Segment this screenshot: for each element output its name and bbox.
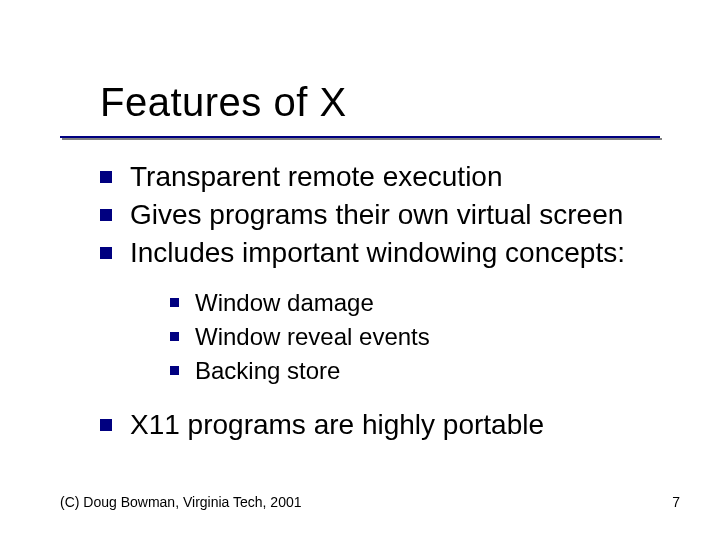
footer-copyright: (C) Doug Bowman, Virginia Tech, 2001 (60, 494, 302, 510)
bullet-text: Window damage (195, 288, 374, 318)
bullet-text: Window reveal events (195, 322, 430, 352)
square-bullet-icon (170, 298, 179, 307)
footer-page-number: 7 (672, 494, 680, 510)
square-bullet-icon (100, 419, 112, 431)
bullet-level2: Window reveal events (170, 322, 680, 352)
square-bullet-icon (100, 209, 112, 221)
bullet-level2: Backing store (170, 356, 680, 386)
bullet-level1: X11 programs are highly portable (100, 408, 680, 442)
slide: Features of X Transparent remote executi… (0, 0, 720, 540)
square-bullet-icon (170, 332, 179, 341)
slide-title: Features of X (100, 80, 347, 125)
bullet-text: X11 programs are highly portable (130, 408, 544, 442)
bullet-level1: Gives programs their own virtual screen (100, 198, 680, 232)
bullet-text: Transparent remote execution (130, 160, 503, 194)
bullet-level2: Window damage (170, 288, 680, 318)
square-bullet-icon (100, 171, 112, 183)
bullet-text: Backing store (195, 356, 340, 386)
slide-body: Transparent remote execution Gives progr… (100, 160, 680, 446)
bullet-text: Includes important windowing concepts: (130, 236, 625, 270)
title-underline-shadow (62, 138, 662, 140)
bullet-text: Gives programs their own virtual screen (130, 198, 623, 232)
sub-bullet-group: Window damage Window reveal events Backi… (170, 288, 680, 386)
bullet-level1: Transparent remote execution (100, 160, 680, 194)
square-bullet-icon (100, 247, 112, 259)
square-bullet-icon (170, 366, 179, 375)
bullet-level1: Includes important windowing concepts: (100, 236, 680, 270)
title-underline (60, 136, 660, 138)
